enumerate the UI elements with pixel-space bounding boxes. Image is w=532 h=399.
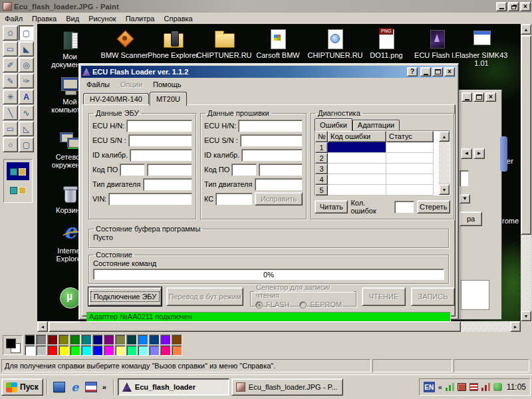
tool-eyedropper-icon[interactable]: ✐	[3, 57, 18, 72]
color-swatch[interactable]	[47, 345, 58, 356]
ecu-engine-field[interactable]	[143, 178, 193, 191]
vertical-scroll-thumb[interactable]	[521, 35, 531, 235]
ecu-calib-field[interactable]	[130, 149, 192, 162]
color-swatch[interactable]	[160, 345, 171, 356]
tool-rounded-rect-icon[interactable]: ▢	[19, 137, 34, 152]
paint-menu-item[interactable]: Справка	[160, 14, 198, 23]
paint-menu-item[interactable]: Палитра	[121, 14, 160, 23]
ecu-sw-field-1[interactable]	[120, 164, 145, 176]
tool-rectangle-icon[interactable]: ▭	[3, 121, 18, 136]
scroll-left-icon[interactable]: ◄	[37, 321, 48, 332]
language-indicator[interactable]: EN	[424, 382, 435, 392]
paint-restore-button[interactable]	[508, 2, 519, 11]
dialog-maximize-button[interactable]	[432, 67, 443, 76]
tab-hv240-mr140[interactable]: HV-240/MR-140	[83, 93, 149, 105]
fw-ks-field[interactable]	[215, 193, 253, 205]
color-swatch[interactable]	[138, 345, 148, 356]
error-code-cell[interactable]	[328, 174, 386, 185]
transparent-selection-option[interactable]	[7, 181, 29, 199]
tool-freeform-select-icon[interactable]: ✩	[3, 25, 18, 41]
tool-text-icon[interactable]: A	[19, 89, 34, 104]
tool-line-icon[interactable]: ╲	[3, 105, 18, 120]
tool-brush-icon[interactable]: ✑	[19, 73, 34, 88]
error-code-cell[interactable]	[328, 153, 386, 164]
vertical-scrollbar[interactable]: ▲ ▼	[521, 24, 531, 321]
error-status-cell[interactable]	[386, 164, 434, 174]
paint-close-button[interactable]: ×	[520, 2, 531, 11]
error-table-row[interactable]: 3	[315, 164, 450, 174]
read-errors-button[interactable]: Читать	[315, 200, 348, 213]
fw-sw-field-2[interactable]	[259, 164, 303, 176]
color-swatch[interactable]	[160, 334, 171, 345]
error-status-cell[interactable]	[386, 142, 434, 153]
fw-calib-field[interactable]	[241, 149, 303, 162]
color-swatch[interactable]	[115, 334, 126, 345]
tool-select-icon[interactable]: ▢	[19, 25, 34, 41]
fw-sn-field[interactable]	[240, 134, 303, 147]
error-table-row[interactable]: 1	[315, 142, 450, 153]
error-table-row[interactable]: 4	[315, 174, 450, 185]
fw-hn-field[interactable]	[238, 120, 303, 132]
tab-mt20u[interactable]: MT20U	[150, 92, 187, 106]
horizontal-scrollbar[interactable]: ◄ ►	[37, 321, 521, 332]
tool-magnifier-icon[interactable]: ◎	[19, 57, 34, 72]
color-swatch[interactable]	[81, 345, 92, 356]
color-swatch[interactable]	[104, 345, 114, 356]
ecu-vin-field[interactable]	[108, 193, 192, 205]
color-swatch[interactable]	[115, 345, 126, 356]
network-signal-icon[interactable]	[446, 383, 454, 391]
menu-files[interactable]: Файлы	[81, 80, 115, 89]
taskbar-task-ecu-flash-loader[interactable]: Ecu_flash_loader	[118, 378, 229, 396]
tool-curve-icon[interactable]: ∿	[19, 105, 34, 120]
dialog-close-button[interactable]: ×	[444, 67, 455, 76]
scroll-down-icon[interactable]: ▼	[521, 311, 531, 321]
color-swatch[interactable]	[138, 334, 148, 345]
error-code-cell[interactable]	[328, 164, 386, 174]
tool-pencil-icon[interactable]: ✎	[3, 73, 18, 88]
collapse-tray-chevron[interactable]: «	[438, 383, 442, 391]
color-swatch[interactable]	[81, 334, 92, 345]
paint-menu-item[interactable]: Рисунок	[84, 14, 121, 23]
error-status-cell[interactable]	[386, 185, 434, 196]
color-swatch[interactable]	[70, 345, 80, 356]
color-swatch[interactable]	[126, 345, 137, 356]
erase-errors-button[interactable]: Стереть	[417, 200, 450, 213]
paint-menu-item[interactable]: Файл	[0, 14, 27, 23]
error-code-cell[interactable]	[328, 142, 386, 153]
tab-adaptations[interactable]: Адаптации	[352, 120, 400, 130]
horizontal-scroll-thumb[interactable]	[49, 321, 461, 332]
error-status-cell[interactable]	[386, 174, 434, 185]
color-swatch[interactable]	[70, 334, 80, 345]
column-header-status[interactable]: Статус	[386, 131, 434, 142]
taskbar-task-paint[interactable]: Ecu_flash_loader.JPG - P...	[231, 378, 343, 396]
scroll-up-icon[interactable]: ▲	[521, 24, 531, 35]
quick-launch-floppy-icon[interactable]	[85, 382, 97, 392]
color-swatch[interactable]	[25, 334, 35, 345]
fw-engine-field[interactable]	[255, 178, 303, 191]
error-code-cell[interactable]	[328, 185, 386, 196]
table-scrollbar[interactable]: ▲ ▼	[439, 131, 450, 195]
opaque-selection-option[interactable]	[7, 162, 29, 180]
error-table-row[interactable]: 5	[315, 185, 450, 196]
error-table-row[interactable]: 2	[315, 153, 450, 164]
start-button[interactable]: Пуск	[1, 378, 43, 396]
tool-airbrush-icon[interactable]: ✳	[3, 89, 18, 104]
color-swatch[interactable]	[126, 334, 137, 345]
display-tray-icon[interactable]	[458, 383, 466, 391]
color-swatch[interactable]	[172, 334, 182, 345]
tab-errors[interactable]: Ошибки	[315, 118, 352, 131]
color-swatch[interactable]	[104, 334, 114, 345]
error-status-cell[interactable]	[386, 153, 434, 164]
dialog-minimize-button[interactable]	[420, 67, 431, 76]
ecu-hn-field[interactable]	[126, 120, 192, 132]
color-swatch[interactable]	[59, 345, 69, 356]
ecu-sn-field[interactable]	[128, 134, 192, 147]
column-header-num[interactable]: №	[315, 131, 328, 142]
color-swatch[interactable]	[149, 334, 160, 345]
color-swatch[interactable]	[172, 345, 182, 356]
ecu-sw-field-2[interactable]	[147, 164, 192, 176]
show-desktop-icon[interactable]	[53, 382, 65, 392]
color-swatch[interactable]	[47, 334, 58, 345]
dialog-titlebar[interactable]: ECU Flash Loader ver. 1.1.2 ? ×	[81, 66, 456, 78]
menu-help[interactable]: Помощь	[148, 80, 187, 89]
